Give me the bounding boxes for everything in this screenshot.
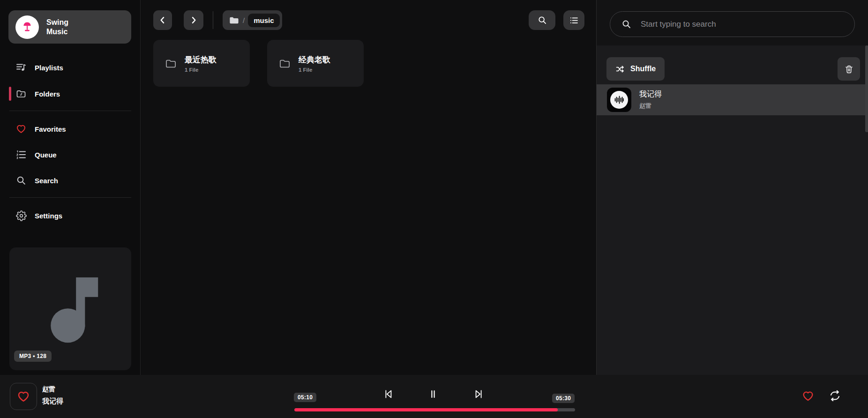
breadcrumb-separator: /: [243, 16, 245, 24]
shuffle-label: Shuffle: [630, 65, 656, 73]
next-track-icon: [472, 388, 485, 400]
app-window: Swing Music Playlists Folders: [0, 0, 868, 418]
sidebar-item-label: Queue: [35, 151, 57, 159]
list-view-button[interactable]: [563, 10, 584, 30]
previous-track-icon: [382, 388, 395, 400]
breadcrumb-folder-icon[interactable]: [229, 15, 239, 26]
pause-button[interactable]: [427, 388, 440, 400]
sidebar-item-label: Playlists: [35, 64, 63, 72]
main-content: / music 最近热歌 1 File: [141, 0, 596, 375]
sidebar-item-label: Folders: [35, 90, 60, 98]
quality-badge: MP3 • 128: [14, 351, 52, 362]
sidebar-item-folders[interactable]: Folders: [0, 84, 140, 103]
next-track-button[interactable]: [472, 388, 485, 400]
app-title: Swing Music: [46, 18, 79, 37]
shuffle-button[interactable]: Shuffle: [606, 57, 665, 81]
folder-meta: 1 File: [185, 67, 217, 73]
track-artist: 赵雷: [639, 102, 662, 110]
now-playing-info: 赵雷 我记得: [42, 385, 63, 406]
queue-icon: [15, 149, 27, 160]
music-note-icon: [42, 274, 99, 343]
search-input[interactable]: [640, 19, 854, 30]
folder-card[interactable]: 经典老歌 1 File: [267, 40, 364, 87]
now-playing-artist: 赵雷: [42, 385, 63, 394]
waveform-icon: [610, 91, 628, 109]
folder-name: 经典老歌: [299, 54, 330, 65]
gear-icon: [15, 210, 27, 221]
search-icon: [621, 19, 632, 30]
search-icon: [15, 175, 27, 186]
player-bar: 赵雷 我记得 05:10 05:30: [0, 375, 868, 418]
sidebar-item-label: Settings: [35, 212, 62, 220]
active-indicator: [9, 87, 11, 101]
list-view-icon: [569, 15, 579, 25]
folder-name: 最近热歌: [185, 54, 217, 65]
folder-meta: 1 File: [299, 67, 330, 73]
favorite-artwork-button[interactable]: [10, 383, 37, 410]
clear-queue-button[interactable]: [838, 57, 860, 81]
lamp-icon: [15, 15, 39, 39]
sidebar-divider: [9, 111, 131, 111]
breadcrumb[interactable]: / music: [223, 10, 282, 30]
playlists-icon: [15, 62, 27, 73]
trash-icon: [844, 64, 854, 74]
queue-track-row[interactable]: 我记得 赵雷: [597, 84, 868, 115]
folder-icon: [165, 57, 177, 70]
chevron-right-icon: [189, 15, 198, 25]
heart-icon: [16, 389, 30, 403]
sidebar-divider: [9, 197, 131, 198]
sidebar-item-favorites[interactable]: Favorites: [0, 119, 140, 138]
queue-panel: Shuffle: [596, 0, 868, 375]
sidebar-item-label: Favorites: [35, 125, 66, 133]
heart-icon: [801, 389, 815, 403]
now-playing-artwork: MP3 • 128: [9, 247, 131, 370]
search-icon: [537, 15, 547, 25]
previous-track-button[interactable]: [382, 388, 395, 400]
track-thumbnail: [607, 88, 631, 112]
search-button[interactable]: [529, 10, 555, 30]
elapsed-time: 05:10: [294, 393, 316, 402]
track-title: 我记得: [639, 90, 662, 99]
app-logo[interactable]: Swing Music: [8, 10, 131, 44]
sidebar-item-search[interactable]: Search: [0, 171, 140, 190]
seek-bar-fill: [294, 408, 558, 411]
heart-icon: [15, 123, 27, 134]
sidebar-item-playlists[interactable]: Playlists: [0, 58, 140, 77]
total-time: 05:30: [552, 394, 575, 403]
folder-icon: [278, 57, 291, 70]
scrollbar-thumb[interactable]: [865, 45, 868, 132]
repeat-button[interactable]: [829, 389, 841, 402]
now-playing-title: 我记得: [42, 397, 63, 406]
seek-bar[interactable]: [294, 408, 575, 411]
breadcrumb-current[interactable]: music: [248, 14, 279, 27]
topbar-divider: [213, 11, 213, 29]
folder-card[interactable]: 最近热歌 1 File: [153, 40, 250, 87]
folder-icon: [15, 88, 27, 99]
repeat-icon: [829, 389, 841, 402]
sidebar: Swing Music Playlists Folders: [0, 0, 141, 375]
forward-button[interactable]: [184, 10, 203, 30]
sidebar-item-label: Search: [35, 177, 58, 185]
back-button[interactable]: [153, 10, 172, 30]
queue-search-box[interactable]: [610, 11, 855, 37]
favorite-button[interactable]: [801, 389, 815, 403]
queue-section: Shuffle: [597, 45, 868, 375]
sidebar-item-queue[interactable]: Queue: [0, 145, 140, 164]
pause-icon: [427, 388, 439, 400]
chevron-left-icon: [158, 15, 167, 25]
shuffle-icon: [615, 64, 625, 74]
sidebar-item-settings[interactable]: Settings: [0, 206, 140, 225]
